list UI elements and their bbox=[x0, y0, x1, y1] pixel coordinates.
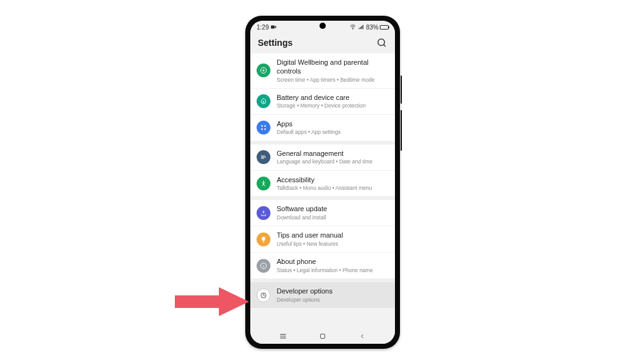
page-title: Settings bbox=[258, 38, 292, 48]
phone-frame: 1:29 83% Settings Digital W bbox=[245, 16, 400, 349]
home-icon bbox=[319, 332, 326, 340]
settings-row-about[interactable]: About phoneStatus • Legal information • … bbox=[250, 253, 395, 278]
settings-row-wellbeing[interactable]: Digital Wellbeing and parental controlsS… bbox=[250, 53, 395, 89]
settings-row-battery[interactable]: Battery and device careStorage • Memory … bbox=[250, 89, 395, 115]
battery-care-icon bbox=[257, 94, 270, 108]
row-title: Apps bbox=[277, 120, 387, 129]
system-nav-bar bbox=[250, 329, 395, 344]
row-title: About phone bbox=[277, 258, 387, 266]
home-button[interactable] bbox=[318, 331, 328, 341]
apps-icon bbox=[257, 121, 270, 134]
battery-indicator: 83% bbox=[366, 24, 389, 31]
search-icon bbox=[376, 37, 387, 48]
video-icon bbox=[270, 24, 277, 30]
svg-point-1 bbox=[378, 39, 385, 46]
svg-point-5 bbox=[264, 125, 266, 127]
settings-row-general[interactable]: General managementLanguage and keyboard … bbox=[250, 145, 395, 171]
svg-point-6 bbox=[261, 128, 263, 130]
row-title: Accessibility bbox=[277, 176, 387, 185]
about-icon bbox=[257, 259, 270, 273]
general-icon bbox=[257, 150, 270, 164]
search-button[interactable] bbox=[376, 37, 387, 48]
power-button bbox=[401, 110, 402, 151]
callout-arrow bbox=[175, 286, 250, 317]
wellbeing-icon bbox=[257, 63, 270, 77]
row-subtitle: Developer options bbox=[277, 297, 387, 303]
row-subtitle: Status • Legal information • Phone name bbox=[277, 267, 387, 273]
row-title: Battery and device care bbox=[277, 94, 387, 102]
stage: 1:29 83% Settings Digital W bbox=[0, 0, 644, 362]
status-bar: 1:29 83% bbox=[250, 21, 395, 33]
row-title: General management bbox=[277, 150, 387, 158]
row-subtitle: Download and install bbox=[277, 214, 387, 221]
developer-icon bbox=[257, 288, 270, 302]
svg-point-0 bbox=[353, 29, 353, 30]
update-icon bbox=[257, 206, 270, 220]
row-subtitle: Language and keyboard • Date and time bbox=[277, 158, 387, 165]
row-subtitle: TalkBack • Mono audio • Assistant menu bbox=[277, 185, 387, 191]
status-time: 1:29 bbox=[257, 24, 269, 31]
accessibility-icon bbox=[257, 177, 270, 190]
svg-point-8 bbox=[263, 180, 264, 182]
settings-row-swupdate[interactable]: Software updateDownload and install bbox=[250, 200, 395, 226]
row-subtitle: Default apps • App settings bbox=[277, 129, 387, 135]
settings-row-accessibility[interactable]: AccessibilityTalkBack • Mono audio • Ass… bbox=[250, 171, 395, 197]
row-subtitle: Storage • Memory • Device protection bbox=[277, 102, 387, 109]
camera-hole bbox=[319, 23, 326, 29]
back-button[interactable] bbox=[357, 331, 367, 341]
settings-list[interactable]: Digital Wellbeing and parental controlsS… bbox=[250, 53, 395, 329]
wifi-icon bbox=[350, 24, 356, 30]
app-bar: Settings bbox=[250, 33, 395, 53]
row-title: Software update bbox=[277, 205, 387, 214]
svg-point-7 bbox=[264, 128, 266, 130]
signal-icon bbox=[358, 24, 364, 30]
settings-row-apps[interactable]: AppsDefault apps • App settings bbox=[250, 115, 395, 141]
recents-button[interactable] bbox=[278, 331, 288, 341]
back-icon bbox=[358, 332, 366, 340]
settings-row-tips[interactable]: Tips and user manualUseful tips • New fe… bbox=[250, 226, 395, 253]
recents-icon bbox=[279, 332, 287, 341]
settings-row-devopts[interactable]: Developer optionsDeveloper options bbox=[250, 282, 395, 308]
svg-rect-11 bbox=[320, 334, 325, 339]
volume-button bbox=[401, 75, 402, 104]
svg-point-4 bbox=[261, 125, 263, 127]
battery-percent: 83% bbox=[366, 24, 379, 31]
phone-screen: 1:29 83% Settings Digital W bbox=[250, 21, 395, 344]
row-title: Digital Wellbeing and parental controls bbox=[277, 58, 387, 76]
tips-icon bbox=[257, 233, 270, 246]
svg-point-3 bbox=[263, 70, 265, 72]
row-title: Developer options bbox=[277, 287, 387, 296]
row-title: Tips and user manual bbox=[277, 231, 387, 240]
row-subtitle: Screen time • App timers • Bedtime mode bbox=[277, 77, 387, 83]
row-subtitle: Useful tips • New features bbox=[277, 241, 387, 247]
